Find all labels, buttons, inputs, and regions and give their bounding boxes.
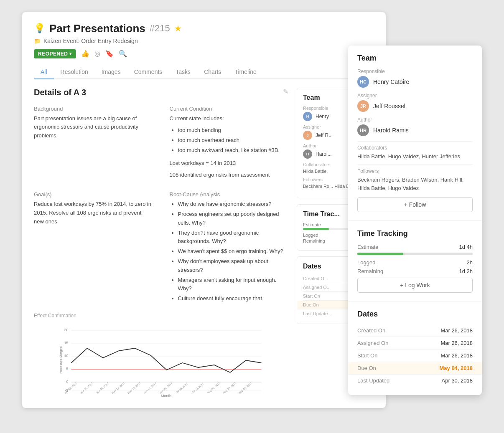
time-tracking-overlay-section: Time Tracking Estimate 1d 4h Logged 2h R… (348, 221, 482, 301)
goals-label: Goal(s) (34, 191, 153, 198)
root-cause-list: Why do we have ergonomic stressors? Proc… (170, 200, 289, 303)
current-condition-section: Current Condition Current state includes… (170, 106, 289, 183)
background-text: Part presentation issues are a big cause… (34, 114, 153, 140)
followers-overlay-text: Beckham Rogers, Braden Wilson, Hank Hill… (357, 176, 473, 192)
assigner-mini-name: Jeff R... (316, 132, 333, 138)
effect-confirmation-section: Effect Confirmation 20 15 10 5 0 -5 (34, 313, 288, 398)
avatar-henry-mini: H (303, 112, 312, 121)
svg-text:Processes Merged: Processes Merged (59, 347, 63, 375)
dates-start-value: Mar 26, 2018 (440, 352, 473, 359)
root-cause-section: Root-Cause Analysis Why do we have ergon… (170, 191, 289, 304)
list-item: They don?t have good ergonomic backgroun… (178, 229, 289, 246)
dates-created-label: Created On (357, 327, 385, 334)
subtitle-text: Kaizen Event: Order Entry Redesign (43, 38, 138, 44)
goals-section: Goal(s) Reduce lost workdays by 75% in 2… (34, 191, 153, 304)
avatar-jeff-overlay: JR (357, 100, 369, 112)
current-condition-list: too much bending too much overhead reach… (170, 126, 289, 154)
logged-label: Logged (357, 259, 375, 266)
star-icon[interactable]: ★ (174, 23, 182, 33)
dates-due: Due On May 04, 2018 (348, 362, 482, 375)
status-badge[interactable]: REOPENED ▾ (34, 49, 76, 58)
estimate-mini-label: Estimate (303, 222, 321, 227)
responsible-mini-name: Henry (316, 114, 329, 119)
svg-text:Jun 11, 2017: Jun 11, 2017 (143, 382, 157, 394)
tab-all[interactable]: All (34, 65, 54, 79)
assigner-overlay-row: JR Jeff Roussel (357, 100, 473, 112)
tabs-row: All Resolution Images Comments Tasks Cha… (34, 65, 374, 79)
tab-timeline[interactable]: Timeline (228, 65, 263, 79)
time-tracking-overlay-title: Time Tracking (357, 229, 473, 238)
thumbs-up-icon[interactable]: 👍 (81, 50, 89, 58)
time-progress-bar (357, 253, 473, 255)
progress-bar-mini-fill (303, 228, 329, 230)
estimate-row: Estimate 1d 4h (357, 244, 473, 250)
effect-confirmation-label: Effect Confirmation (34, 313, 288, 319)
issue-number: #215 (150, 23, 170, 34)
svg-text:Apr 16, 2017: Apr 16, 2017 (79, 382, 94, 394)
team-overlay-section: Team Responsible HC Henry Catoire Assign… (348, 46, 482, 221)
svg-text:5: 5 (66, 367, 68, 371)
current-condition-content: Current state includes: too much bending… (170, 114, 289, 180)
main-header: 💡 Part Presentations #215 ★ 📁 Kaizen Eve… (34, 22, 374, 58)
avatar-initials: HC (360, 79, 367, 84)
author-mini-name: Harol... (316, 151, 332, 157)
followers-overlay-label: Followers (357, 168, 473, 174)
current-condition-extra1: Lost workdays = 14 in 2013 (170, 159, 289, 168)
list-item: too much overhead reach (178, 136, 289, 145)
avatar-henry-overlay: HC (357, 76, 369, 88)
svg-text:10: 10 (64, 354, 68, 358)
estimate-label: Estimate (357, 244, 379, 250)
tab-charts[interactable]: Charts (197, 65, 228, 79)
dates-overlay-section: Dates Created On Mar 26, 2018 Assigned O… (348, 301, 482, 395)
edit-icon[interactable]: ✎ (283, 88, 288, 96)
details-header: Details of A 3 ✎ (34, 88, 288, 97)
bottom-two-col: Goal(s) Reduce lost workdays by 75% in 2… (34, 191, 288, 304)
collaborators-overlay-text: Hilda Battle, Hugo Valdez, Hunter Jeffer… (357, 152, 473, 161)
dates-updated: Last Updated Apr 30, 2018 (357, 375, 473, 387)
avatar-harold-mini: H (303, 149, 312, 159)
collaborators-overlay-label: Collaborators (357, 145, 473, 151)
circle-check-icon[interactable]: ◎ (94, 50, 100, 58)
logged-mini-label: Logged (303, 233, 318, 238)
list-item: Why don't employees speak up about stres… (178, 257, 289, 275)
log-work-button[interactable]: + Log Work (357, 278, 473, 293)
dates-assigned-value: Mar 26, 2018 (440, 340, 473, 346)
list-item: too much bending (178, 126, 289, 135)
dates-updated-value: Apr 30, 2018 (442, 377, 473, 384)
remaining-label: Remaining (357, 268, 383, 274)
dates-mini-assigned-label: Assigned O... (303, 285, 331, 290)
toolbar-row: REOPENED ▾ 👍 ◎ 🔖 🔍 (34, 49, 374, 58)
zoom-icon[interactable]: 🔍 (119, 50, 127, 58)
dates-created-value: Mar 26, 2018 (440, 327, 473, 334)
bookmark-icon[interactable]: 🔖 (105, 50, 114, 58)
dates-start-label: Start On (357, 352, 377, 359)
details-title: Details of A 3 (34, 88, 86, 97)
responsible-overlay-row: HC Henry Catoire (357, 76, 473, 88)
tab-images[interactable]: Images (95, 65, 127, 79)
tab-comments[interactable]: Comments (127, 65, 169, 79)
logged-row: Logged 2h (357, 259, 473, 266)
page-title: Part Presentations (49, 22, 145, 35)
current-condition-label: Current Condition (170, 106, 289, 112)
remaining-value: 1d 2h (459, 268, 473, 274)
current-condition-extra2: 108 identified ergo risks from assessmen… (170, 171, 289, 180)
lightbulb-icon: 💡 (34, 23, 45, 34)
time-progress-fill (357, 253, 403, 255)
overlay-panel: Team Responsible HC Henry Catoire Assign… (348, 46, 482, 395)
author-overlay-name: Harold Ramis (373, 127, 409, 134)
follow-button[interactable]: + Follow (357, 197, 473, 212)
dates-start: Start On Mar 26, 2018 (357, 349, 473, 362)
page-wrapper: 💡 Part Presentations #215 ★ 📁 Kaizen Eve… (22, 12, 482, 421)
tab-resolution[interactable]: Resolution (54, 65, 95, 79)
svg-text:Month: Month (161, 394, 171, 398)
chart-container: 20 15 10 5 0 -5 Processes Merged (34, 323, 288, 398)
list-item: Culture doesnt fully encourage that (178, 294, 289, 303)
avatar-jeff-mini: J (303, 131, 312, 140)
dropdown-arrow-icon: ▾ (69, 51, 72, 56)
estimate-value: 1d 4h (459, 244, 473, 250)
svg-text:Aug 06, 2017: Aug 06, 2017 (206, 382, 221, 395)
tab-tasks[interactable]: Tasks (169, 65, 197, 79)
goals-text: Reduce lost workdays by 75% in 2014, to … (34, 200, 153, 226)
background-label: Background (34, 106, 153, 112)
dates-overlay-title: Dates (357, 310, 473, 319)
